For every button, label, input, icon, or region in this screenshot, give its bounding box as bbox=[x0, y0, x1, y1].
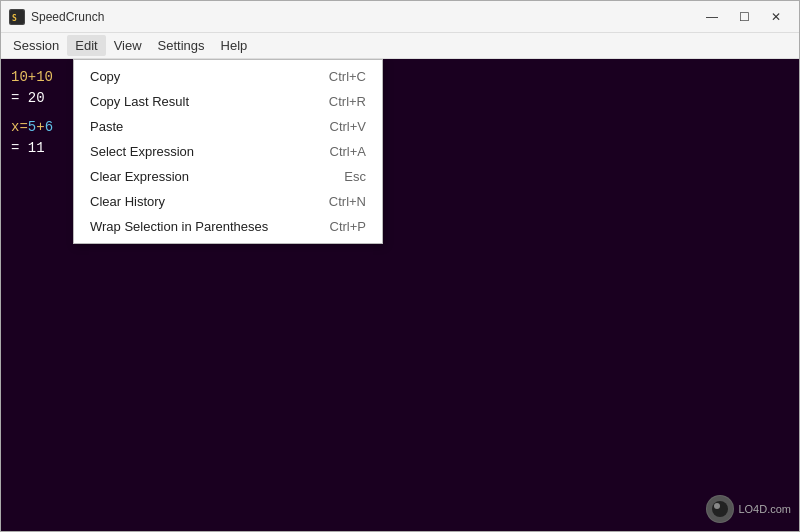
app-window: S SpeedCrunch — ☐ ✕ Session Edit View Se… bbox=[0, 0, 800, 532]
expr-1: 10+10 bbox=[11, 69, 53, 85]
expr-3: 6 bbox=[45, 119, 53, 135]
lo4d-logo bbox=[706, 495, 734, 523]
menu-select-expression[interactable]: Select Expression Ctrl+A bbox=[74, 139, 382, 164]
window-controls: — ☐ ✕ bbox=[697, 6, 791, 28]
result-2: = 11 bbox=[11, 140, 45, 156]
menu-bar: Session Edit View Settings Help bbox=[1, 33, 799, 59]
menu-wrap-label: Wrap Selection in Parentheses bbox=[90, 219, 268, 234]
expr-2: 5 bbox=[28, 119, 36, 135]
menu-paste[interactable]: Paste Ctrl+V bbox=[74, 114, 382, 139]
svg-text:S: S bbox=[12, 14, 17, 23]
menu-wrap-shortcut: Ctrl+P bbox=[330, 219, 366, 234]
edit-dropdown-menu: Copy Ctrl+C Copy Last Result Ctrl+R Past… bbox=[73, 59, 383, 244]
menu-copy-label: Copy bbox=[90, 69, 120, 84]
result-1: = 20 bbox=[11, 90, 45, 106]
menu-session[interactable]: Session bbox=[5, 35, 67, 56]
menu-settings[interactable]: Settings bbox=[150, 35, 213, 56]
minimize-button[interactable]: — bbox=[697, 6, 727, 28]
svg-point-3 bbox=[712, 501, 728, 517]
var-x: x= bbox=[11, 119, 28, 135]
menu-clear-hist-label: Clear History bbox=[90, 194, 165, 209]
menu-help[interactable]: Help bbox=[213, 35, 256, 56]
lo4d-text: LO4D.com bbox=[738, 503, 791, 515]
menu-copy-shortcut: Ctrl+C bbox=[329, 69, 366, 84]
menu-copy-last-result[interactable]: Copy Last Result Ctrl+R bbox=[74, 89, 382, 114]
menu-view[interactable]: View bbox=[106, 35, 150, 56]
menu-copy-last-label: Copy Last Result bbox=[90, 94, 189, 109]
menu-clear-history[interactable]: Clear History Ctrl+N bbox=[74, 189, 382, 214]
menu-paste-shortcut: Ctrl+V bbox=[330, 119, 366, 134]
app-icon: S bbox=[9, 9, 25, 25]
title-bar: S SpeedCrunch — ☐ ✕ bbox=[1, 1, 799, 33]
menu-copy-last-shortcut: Ctrl+R bbox=[329, 94, 366, 109]
menu-wrap-selection[interactable]: Wrap Selection in Parentheses Ctrl+P bbox=[74, 214, 382, 239]
calculator-area: 10+10 = 20 x=5+6 = 11 Copy Ctrl+C Copy L… bbox=[1, 59, 799, 531]
menu-edit[interactable]: Edit bbox=[67, 35, 105, 56]
menu-copy[interactable]: Copy Ctrl+C bbox=[74, 64, 382, 89]
menu-select-expr-label: Select Expression bbox=[90, 144, 194, 159]
svg-point-4 bbox=[714, 503, 720, 509]
maximize-button[interactable]: ☐ bbox=[729, 6, 759, 28]
window-title: SpeedCrunch bbox=[31, 10, 697, 24]
menu-clear-expr-label: Clear Expression bbox=[90, 169, 189, 184]
menu-select-expr-shortcut: Ctrl+A bbox=[330, 144, 366, 159]
menu-clear-expression[interactable]: Clear Expression Esc bbox=[74, 164, 382, 189]
menu-paste-label: Paste bbox=[90, 119, 123, 134]
menu-clear-hist-shortcut: Ctrl+N bbox=[329, 194, 366, 209]
menu-clear-expr-shortcut: Esc bbox=[344, 169, 366, 184]
close-button[interactable]: ✕ bbox=[761, 6, 791, 28]
lo4d-badge: LO4D.com bbox=[706, 495, 791, 523]
plus: + bbox=[36, 119, 44, 135]
